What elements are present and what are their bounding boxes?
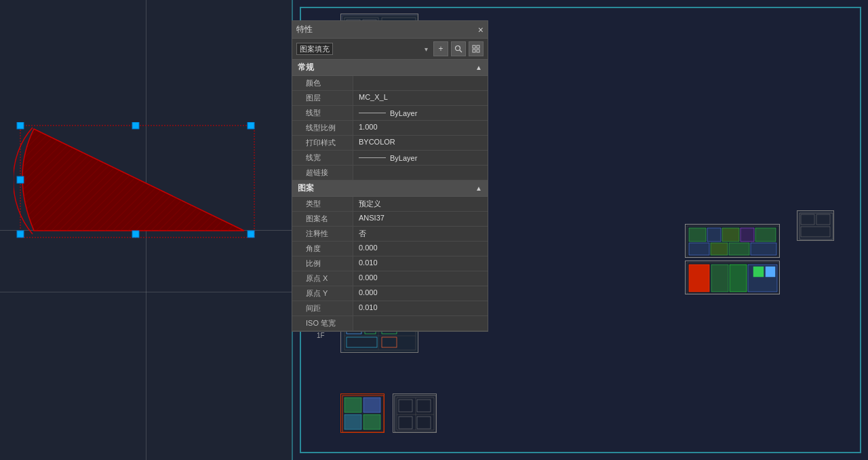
prop-origin-y: 原点 Y 0.000 — [292, 286, 488, 301]
bottom-thumbnails — [340, 394, 437, 433]
svg-rect-93 — [798, 212, 834, 241]
prop-linetype-label: 线型 — [292, 106, 353, 120]
toolbar-search-button[interactable] — [451, 41, 466, 56]
svg-rect-102 — [722, 228, 739, 242]
toolbar-settings-button[interactable] — [469, 41, 484, 56]
prop-type-value[interactable]: 预定义 — [353, 197, 488, 211]
linetype-indicator — [359, 113, 386, 113]
svg-rect-116 — [766, 267, 775, 277]
prop-angle-value[interactable]: 0.000 — [353, 242, 488, 256]
svg-rect-113 — [730, 265, 747, 292]
prop-hyperlink-label: 超链接 — [292, 166, 353, 180]
prop-annotative: 注释性 否 — [292, 227, 488, 242]
hatch-shape[interactable] — [14, 122, 271, 258]
prop-type-label: 类型 — [292, 197, 353, 211]
right-color-thumb-2 — [685, 261, 780, 294]
section-pattern-arrow: ▲ — [475, 185, 482, 192]
prop-color: 颜色 — [292, 76, 488, 91]
prop-type: 类型 预定义 — [292, 197, 488, 212]
svg-rect-115 — [753, 267, 764, 277]
prop-pattern-name-value[interactable]: ANSI37 — [353, 212, 488, 226]
panel-dropdown-wrapper[interactable]: 图案填充 — [296, 43, 431, 55]
prop-spacing-label: 间距 — [292, 301, 353, 315]
prop-layer-label: 图层 — [292, 91, 353, 105]
linewidth-text: ByLayer — [390, 154, 417, 162]
prop-scale-label: 比例 — [292, 256, 353, 271]
prop-linetype-scale-value[interactable]: 1.000 — [353, 121, 488, 135]
svg-rect-123 — [393, 394, 437, 433]
properties-panel: 特性 × 图案填充 + 常规 ▲ 颜色 图层 MC_X_L 线型 ByLayer — [292, 20, 488, 332]
svg-rect-105 — [689, 243, 709, 255]
prop-linetype-value[interactable]: ByLayer — [353, 106, 488, 120]
prop-spacing: 间距 0.010 — [292, 301, 488, 316]
prop-print-style-label: 打印样式 — [292, 136, 353, 150]
svg-rect-112 — [711, 265, 728, 292]
side-thumb-1 — [797, 210, 834, 241]
panel-toolbar: 图案填充 + — [292, 39, 488, 60]
prop-layer-value[interactable]: MC_X_L — [353, 91, 488, 105]
panel-dropdown[interactable]: 图案填充 — [296, 43, 333, 55]
section-general-arrow: ▲ — [475, 64, 482, 71]
prop-origin-y-label: 原点 Y — [292, 286, 353, 301]
prop-annotative-label: 注释性 — [292, 227, 353, 241]
prop-print-style-value[interactable]: BYCOLOR — [353, 136, 488, 150]
svg-rect-7 — [132, 231, 139, 237]
svg-rect-122 — [363, 415, 380, 429]
prop-pattern-name: 图案名 ANSI37 — [292, 212, 488, 227]
cad-canvas-left — [0, 0, 292, 460]
prop-origin-x: 原点 X 0.000 — [292, 271, 488, 286]
section-general-header[interactable]: 常规 ▲ — [292, 60, 488, 76]
svg-rect-111 — [689, 265, 709, 292]
prop-spacing-value[interactable]: 0.010 — [353, 301, 488, 315]
bottom-thumb-1 — [340, 394, 384, 433]
side-thumbnails — [797, 210, 834, 241]
prop-linewidth-label: 线宽 — [292, 151, 353, 165]
svg-rect-6 — [17, 231, 24, 237]
prop-iso-pen-label: ISO 笔宽 — [292, 316, 353, 330]
toolbar-add-button[interactable]: + — [433, 41, 448, 56]
svg-rect-8 — [248, 231, 254, 237]
prop-print-style: 打印样式 BYCOLOR — [292, 136, 488, 151]
bottom-thumb-2 — [393, 394, 437, 433]
svg-line-10 — [460, 50, 462, 52]
prop-color-label: 颜色 — [292, 76, 353, 90]
prop-origin-y-value[interactable]: 0.000 — [353, 286, 488, 301]
right-color-thumb-1 — [685, 224, 780, 258]
prop-linewidth-value[interactable]: ByLayer — [353, 151, 488, 165]
prop-scale-value[interactable]: 0.010 — [353, 256, 488, 271]
prop-angle-label: 角度 — [292, 242, 353, 256]
prop-iso-pen-value[interactable] — [353, 316, 488, 330]
svg-rect-107 — [729, 243, 749, 255]
svg-rect-108 — [751, 243, 776, 255]
svg-rect-4 — [248, 122, 254, 129]
prop-iso-pen: ISO 笔宽 — [292, 316, 488, 331]
svg-rect-14 — [477, 50, 479, 52]
prop-linetype: 线型 ByLayer — [292, 106, 488, 121]
section-pattern-header[interactable]: 图案 ▲ — [292, 180, 488, 197]
floor-1f-label: 1F — [317, 332, 325, 339]
right-color-thumbnails — [685, 224, 780, 294]
prop-layer: 图层 MC_X_L — [292, 91, 488, 106]
svg-rect-13 — [473, 50, 475, 52]
prop-scale: 比例 0.010 — [292, 256, 488, 271]
svg-rect-121 — [344, 415, 361, 429]
prop-angle: 角度 0.000 — [292, 242, 488, 256]
prop-origin-x-value[interactable]: 0.000 — [353, 271, 488, 286]
prop-annotative-value[interactable]: 否 — [353, 227, 488, 241]
linewidth-indicator — [359, 157, 386, 158]
svg-rect-120 — [363, 398, 380, 413]
svg-rect-101 — [707, 228, 721, 242]
svg-rect-103 — [741, 228, 754, 242]
panel-close-button[interactable]: × — [478, 25, 484, 35]
panel-titlebar: 特性 × — [292, 21, 488, 39]
svg-rect-119 — [344, 398, 361, 413]
svg-rect-3 — [132, 122, 139, 129]
prop-origin-x-label: 原点 X — [292, 271, 353, 286]
prop-linewidth: 线宽 ByLayer — [292, 151, 488, 166]
svg-rect-2 — [17, 122, 24, 129]
guide-line-h — [0, 292, 292, 292]
svg-rect-100 — [689, 228, 706, 242]
prop-color-value[interactable] — [353, 76, 488, 90]
prop-linetype-scale-label: 线型比例 — [292, 121, 353, 135]
prop-hyperlink-value[interactable] — [353, 166, 488, 180]
